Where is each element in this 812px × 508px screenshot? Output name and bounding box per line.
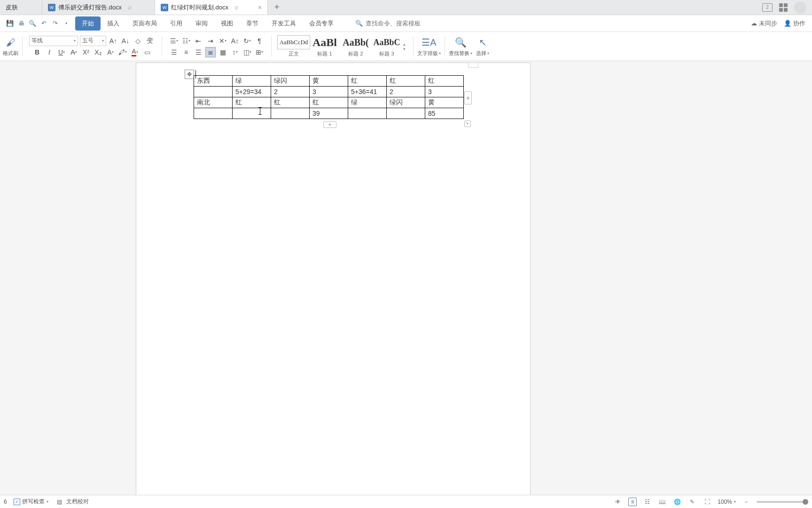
char-border-icon[interactable]: ▭	[142, 47, 152, 57]
sync-status[interactable]: ☁ 未同步	[751, 19, 777, 28]
style-heading3[interactable]: AaBbC 标题 3	[371, 35, 402, 57]
table-row: 南北 红 红 红 绿 绿闪 黄	[194, 97, 464, 108]
table-add-row-button[interactable]: +	[323, 121, 336, 128]
align-justify-icon[interactable]: ≣	[205, 47, 216, 57]
font-size-select[interactable]: 五号▾	[80, 36, 106, 46]
text-direction-icon[interactable]: A↕	[230, 36, 240, 46]
preview-icon[interactable]: 🔍	[28, 19, 37, 28]
zoom-slider[interactable]	[757, 501, 808, 503]
menu-view[interactable]: 视图	[214, 16, 240, 31]
print-icon[interactable]: 🖶	[17, 19, 25, 28]
show-marks-icon[interactable]: ¶	[254, 36, 265, 46]
status-bar: 6 ✓ 拼写检查▾ ▤ 文档校对 👁 ≡ ☷ 📖 🌐 ✎ ⛶ 100%▾ −	[0, 495, 812, 508]
menu-vip[interactable]: 会员专享	[303, 16, 340, 31]
distribute-icon[interactable]: ▦	[218, 47, 228, 57]
styles-gallery[interactable]: AaBbCcDd 正文 AaBl 标题 1 AaBb( 标题 2 AaBbC 标…	[275, 35, 409, 57]
search-input[interactable]	[366, 20, 431, 27]
document-table[interactable]: 东西 绿 绿闪 黄 红 红 红 5+29=34 2 3 5+36=41 2 3 …	[194, 75, 464, 119]
collab-button[interactable]: 👤 协作	[784, 19, 805, 28]
align-center-icon[interactable]: ≡	[181, 47, 191, 57]
text-effects-icon[interactable]: A▾	[105, 47, 116, 57]
menu-section[interactable]: 章节	[240, 16, 265, 31]
select-tool[interactable]: ↖ 选择▾	[476, 36, 489, 57]
superscript-icon[interactable]: X²	[81, 47, 91, 57]
new-tab-button[interactable]: +	[268, 0, 286, 15]
decrease-font-icon[interactable]: A↓	[120, 36, 131, 46]
close-icon[interactable]: ×	[258, 4, 262, 11]
table-resize-handle[interactable]	[464, 120, 471, 127]
table-add-column-button[interactable]: +	[464, 91, 472, 104]
qat-dropdown-icon[interactable]: ▾	[62, 19, 70, 28]
menu-layout[interactable]: 页面布局	[126, 16, 164, 31]
magnifier-icon: 🔍	[454, 36, 467, 49]
strikethrough-icon[interactable]: A̶▾	[69, 47, 79, 57]
save-icon[interactable]: 💾	[6, 19, 14, 28]
align-right-icon[interactable]: ☰	[193, 47, 203, 57]
text-typeset[interactable]: ☰A 文字排版▾	[417, 36, 441, 57]
checkbox-icon: ✓	[14, 499, 20, 505]
table-row: 东西 绿 绿闪 黄 红 红 红	[194, 76, 464, 87]
menu-reference[interactable]: 引用	[164, 16, 189, 31]
styles-more-icon[interactable]: ▴▾	[402, 42, 406, 51]
font-color-icon[interactable]: A▾	[130, 47, 140, 57]
web-view-icon[interactable]: 🌐	[672, 497, 682, 507]
redo-icon[interactable]: ↷	[51, 19, 59, 28]
zoom-fit[interactable]: ⛶	[703, 497, 712, 507]
increase-font-icon[interactable]: A↑	[108, 36, 118, 46]
zoom-out-icon[interactable]: −	[742, 497, 751, 507]
clear-format-icon[interactable]: ◇	[133, 36, 143, 46]
doc-compare[interactable]: ▤ 文档校对	[55, 497, 89, 507]
ruler-tab	[468, 63, 478, 68]
find-replace[interactable]: 🔍 查找替换▾	[449, 36, 472, 57]
zoom-level[interactable]: 100%▾	[718, 499, 736, 505]
table-move-handle[interactable]: ✥	[185, 70, 194, 79]
fit-icon: ⛶	[703, 497, 712, 507]
italic-icon[interactable]: I	[44, 47, 55, 57]
menu-start[interactable]: 开始	[75, 16, 101, 31]
tab-skin-label: 皮肤	[6, 3, 18, 12]
eye-icon[interactable]: 👁	[613, 497, 623, 507]
bullet-list-icon[interactable]: ☰▾	[169, 36, 179, 46]
style-heading1[interactable]: AaBl 标题 1	[309, 35, 340, 57]
shading-icon[interactable]: ◫▾	[242, 47, 252, 57]
spellcheck-toggle[interactable]: ✓ 拼写检查▾	[14, 498, 48, 506]
cursor-icon: ↖	[476, 36, 489, 49]
print-layout-icon[interactable]: ≡	[628, 498, 637, 506]
style-normal[interactable]: AaBbCcDd 正文	[278, 35, 309, 57]
bold-icon[interactable]: B	[32, 47, 42, 57]
tab-doc-1[interactable]: W 傅乐妍交通灯报告.docx ⎚	[42, 0, 155, 15]
tab-doc-2[interactable]: W 红绿灯时间规划.docx ⎚ ×	[155, 0, 268, 15]
page-number[interactable]: 6	[4, 499, 7, 505]
highlight-icon[interactable]: 🖍▾	[117, 47, 128, 57]
decrease-indent-icon[interactable]: ⇤	[193, 36, 203, 46]
line-spacing-icon[interactable]: ↕▾	[230, 47, 240, 57]
sort-icon[interactable]: ✕▾	[218, 36, 228, 46]
increase-indent-icon[interactable]: ⇥	[205, 36, 216, 46]
subscript-icon[interactable]: X₂	[93, 47, 103, 57]
phonetic-icon[interactable]: 变	[145, 36, 155, 46]
style-heading2[interactable]: AaBb( 标题 2	[340, 35, 371, 57]
tab-2-title: 红绿灯时间规划.docx	[171, 3, 228, 12]
search-box[interactable]: 🔍	[351, 18, 436, 29]
format-painter[interactable]: 🖌 格式刷	[3, 36, 18, 57]
search-icon: 🔍	[355, 20, 363, 27]
menu-devtools[interactable]: 开发工具	[265, 16, 303, 31]
menu-review[interactable]: 审阅	[189, 16, 214, 31]
ribbon: 🖌 格式刷 等线▾ 五号▾ A↑ A↓ ◇ 变 B I U▾ A̶▾ X² X₂…	[0, 32, 812, 61]
outline-view-icon[interactable]: ☷	[642, 497, 652, 507]
reading-view-icon[interactable]: 📖	[657, 497, 667, 507]
menu-insert[interactable]: 插入	[101, 16, 126, 31]
text-rotation-icon[interactable]: ↻▾	[242, 36, 252, 46]
underline-icon[interactable]: U▾	[56, 47, 67, 57]
apps-grid-icon[interactable]	[779, 3, 788, 12]
window-count-badge[interactable]: 2	[762, 3, 773, 12]
undo-icon[interactable]: ↶	[39, 19, 48, 28]
number-list-icon[interactable]: ☷▾	[181, 36, 191, 46]
ruler-icon[interactable]: ✎	[687, 497, 697, 507]
avatar[interactable]	[794, 1, 806, 14]
borders-icon[interactable]: ⊞▾	[254, 47, 265, 57]
font-name-select[interactable]: 等线▾	[29, 36, 78, 46]
align-left-icon[interactable]: ☰	[169, 47, 179, 57]
tab-skin[interactable]: 皮肤	[0, 0, 42, 15]
page[interactable]: ✥ 东西 绿 绿闪 黄 红 红 红 5+29=34 2 3 5+36=41 2 …	[136, 63, 530, 495]
